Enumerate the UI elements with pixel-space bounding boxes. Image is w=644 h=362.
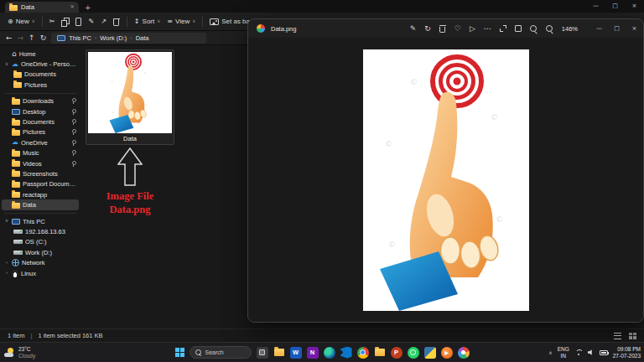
toolbar-divider [127,17,127,27]
taskbar-center: Search W N P ▶ [175,346,470,359]
taskbar-search[interactable]: Search [190,346,252,359]
chevron-right-icon[interactable]: › [4,261,9,266]
zoom-level[interactable]: 146% [562,25,578,33]
sidebar-item-documents[interactable]: Documents [2,70,79,80]
maximize-button[interactable]: □ [608,19,626,38]
delete-button[interactable] [113,18,120,26]
thumbnail-view-toggle[interactable] [629,333,636,339]
chevron-down-icon[interactable]: ∨ [4,219,9,224]
rename-button[interactable]: ✎ [88,18,94,25]
battery-icon[interactable] [600,350,608,355]
up-arrow-annotation [117,147,143,186]
zoom-in-icon[interactable] [546,25,553,33]
breadcrumb-this-pc[interactable]: This PC [69,34,91,42]
sidebar-item-onedrive-personal[interactable]: ∨☁OneDrive - Personal [2,59,79,69]
wifi-icon[interactable] [574,349,583,356]
onedrive-icon: ☁ [12,61,18,68]
tab-label: Data [21,3,34,11]
hidden-icons-chevron[interactable]: ∧ [548,350,552,355]
chevron-right-icon[interactable]: › [4,271,9,276]
start-button[interactable] [175,348,184,357]
copy-button[interactable] [61,18,69,26]
word-icon[interactable]: W [290,347,302,359]
folder-icon [12,171,20,177]
chevron-down-icon[interactable]: ∨ [4,62,9,67]
breadcrumb[interactable]: This PC › Work (D:) › Data [51,33,206,44]
breadcrumb-work-d[interactable]: Work (D:) [100,34,127,42]
sidebar-item-pictures-pinned[interactable]: Pictures [2,127,79,137]
chrome-icon[interactable] [357,347,369,359]
close-button[interactable]: × [625,0,644,13]
file-explorer-icon[interactable] [273,347,285,359]
forward-button[interactable]: → [18,34,24,42]
up-button[interactable]: ↑ [29,34,35,42]
weather-icon [4,348,15,358]
minimize-button[interactable]: — [590,19,608,38]
chevron-right-icon: › [95,35,96,40]
whatsapp-icon[interactable] [408,347,419,359]
media-player-icon[interactable]: ▶ [441,347,453,359]
sidebar-item-desktop[interactable]: Desktop [2,106,79,116]
folder-icon [12,203,20,209]
sidebar-item-this-pc[interactable]: ∨This PC [2,216,79,226]
paste-button[interactable] [75,18,81,26]
breadcrumb-data[interactable]: Data [136,34,149,42]
cut-button[interactable]: ✂ [49,18,55,25]
python-icon[interactable] [424,347,436,359]
slideshow-icon[interactable]: ▷ [470,25,475,33]
new-tab-button[interactable]: + [85,4,91,12]
task-view-icon[interactable] [257,347,268,359]
sidebar-item-downloads[interactable]: Downloads [2,96,79,106]
volume-icon[interactable] [588,349,595,356]
clock[interactable]: 09:08 PM 27-07-2023 [613,346,641,359]
photos-app-icon[interactable] [458,347,470,359]
more-options-icon[interactable]: ⋯ [484,25,491,33]
sidebar-item-pictures[interactable]: Pictures [2,80,79,90]
sidebar-item-data[interactable]: Data [2,199,79,209]
folder-shortcut-icon[interactable] [374,347,386,359]
photos-toolbar: ✎ ↻ ♡ ▷ ⋯ 146% [410,24,578,33]
sidebar-item-network[interactable]: ›Network [2,257,79,267]
vscode-icon[interactable] [340,347,352,359]
fit-to-window-icon[interactable] [515,25,522,32]
new-button[interactable]: ⊕ New ∨ [8,18,35,25]
file-item-data-png[interactable]: Data [86,49,174,145]
sidebar-item-music[interactable]: Music [2,148,79,158]
search-label: Search [205,349,224,355]
maximize-button[interactable]: □ [605,0,625,13]
zoom-out-icon[interactable] [530,25,538,33]
selection-info: 1 item selected 161 KB [38,332,102,339]
sidebar-item-home[interactable]: ⌂Home [2,49,79,59]
sidebar-item-linux[interactable]: ›Linux [2,268,79,278]
sidebar-item-reactapp[interactable]: reactapp [2,189,79,199]
sidebar-item-network-drive[interactable]: 192.168.13.63 [2,226,79,236]
delete-icon[interactable] [439,24,446,33]
sort-button[interactable]: ↕ Sort ∨ [134,18,160,25]
explorer-tab-data[interactable]: Data × [5,2,79,13]
rotate-icon[interactable]: ↻ [424,25,431,33]
share-button[interactable]: ↗ [101,18,106,25]
view-button[interactable]: ≡ View ∨ [167,18,195,25]
onenote-icon[interactable]: N [307,347,319,359]
language-indicator[interactable]: ENG IN [558,346,569,359]
weather-widget[interactable]: 23°C Cloudy [4,346,35,359]
close-button[interactable]: × [626,19,643,38]
refresh-button[interactable]: ↻ [40,34,47,42]
sidebar-item-work-d[interactable]: Work (D:) [2,247,79,257]
sidebar-item-videos[interactable]: Videos [2,158,79,168]
sidebar-item-documents-pinned[interactable]: Documents [2,116,79,127]
sidebar-item-passport-documents[interactable]: Passport Documents [2,179,79,189]
back-button[interactable]: ← [6,34,13,42]
sidebar-item-onedrive[interactable]: ☁OneDrive [2,137,79,147]
favorite-heart-icon[interactable]: ♡ [454,25,461,33]
sidebar-item-os-c[interactable]: OS (C:) [2,237,79,247]
fullscreen-icon[interactable] [500,25,506,32]
edge-icon[interactable] [324,347,335,359]
edit-icon[interactable]: ✎ [410,25,417,33]
tab-close-icon[interactable]: × [70,4,75,10]
details-view-toggle[interactable] [614,333,621,339]
explorer-status-bar: 1 item | 1 item selected 161 KB [0,328,644,342]
powerpoint-icon[interactable]: P [391,347,402,359]
minimize-button[interactable]: — [586,0,605,13]
sidebar-item-screenshots[interactable]: Screenshots [2,168,79,178]
